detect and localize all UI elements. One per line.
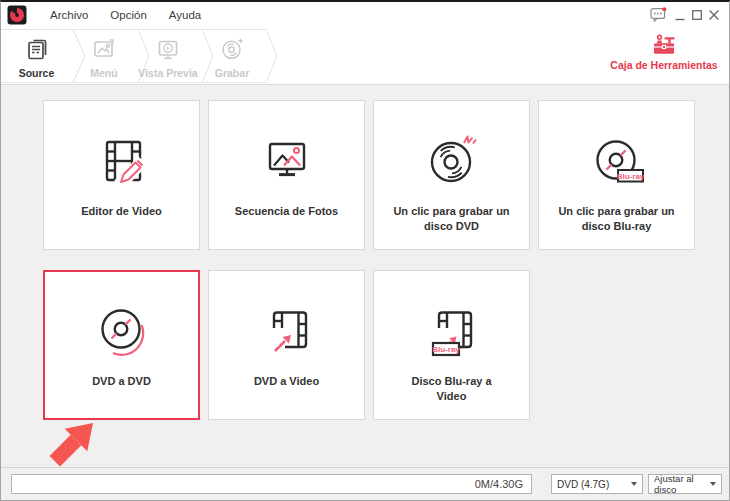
bluray-to-video-icon: Blu-ray bbox=[420, 299, 484, 363]
tools-grid: Editor de Video Secuencia de Fotos bbox=[1, 85, 729, 420]
bluray-burn-icon: Blu-ray bbox=[585, 129, 649, 193]
card-label: DVD a DVD bbox=[78, 374, 165, 389]
statusbar: 0M/4.30G DVD (4.7G) Ajustar al disco bbox=[1, 467, 729, 500]
step-vista-previa[interactable]: Vista Previa bbox=[136, 29, 200, 83]
card-grabar-disco-bluray[interactable]: Blu-ray Un clic para grabar un disco Blu… bbox=[538, 100, 695, 250]
card-editor-de-video[interactable]: Editor de Video bbox=[43, 100, 200, 250]
speech-bubble-icon bbox=[650, 7, 667, 23]
menu-photos-icon bbox=[91, 36, 117, 62]
bluray-badge: Blu-ray bbox=[616, 172, 644, 181]
menu-item-opcion[interactable]: Opción bbox=[99, 5, 157, 25]
film-edit-icon bbox=[90, 129, 154, 193]
card-label: Un clic para grabar un disco Blu-ray bbox=[539, 204, 694, 234]
tutorial-arrow-icon bbox=[39, 415, 101, 477]
chevron-down-icon bbox=[631, 482, 637, 486]
maximize-icon bbox=[692, 10, 702, 20]
minimize-button[interactable] bbox=[671, 5, 688, 25]
toolbox-icon bbox=[652, 33, 676, 56]
card-label: Secuencia de Fotos bbox=[221, 204, 352, 219]
card-secuencia-de-fotos[interactable]: Secuencia de Fotos bbox=[208, 100, 365, 250]
fit-mode-value: Ajustar al disco bbox=[654, 473, 710, 495]
step-label: Menú bbox=[90, 67, 117, 79]
toolbox-label: Caja de Herramientas bbox=[610, 59, 717, 71]
dvd-copy-icon bbox=[90, 299, 154, 363]
card-bluray-a-video[interactable]: Blu-ray Disco Blu-ray a Video bbox=[373, 270, 530, 420]
maximize-button[interactable] bbox=[688, 5, 705, 25]
fit-mode-select[interactable]: Ajustar al disco bbox=[648, 474, 722, 494]
window-controls bbox=[650, 5, 729, 25]
card-dvd-a-video[interactable]: DVD a Video bbox=[208, 270, 365, 420]
source-documents-icon bbox=[24, 36, 50, 62]
capacity-label: 0M/4.30G bbox=[475, 478, 523, 490]
close-button[interactable] bbox=[705, 5, 722, 25]
card-label: Editor de Video bbox=[67, 204, 175, 219]
photo-slideshow-icon bbox=[255, 129, 319, 193]
toolbox-button[interactable]: Caja de Herramientas bbox=[601, 33, 727, 71]
card-label: Disco Blu-ray a Video bbox=[406, 374, 498, 404]
titlebar: Archivo Opción Ayuda bbox=[1, 2, 729, 28]
menu-item-archivo[interactable]: Archivo bbox=[39, 5, 99, 25]
card-grabar-disco-dvd[interactable]: Un clic para grabar un disco DVD bbox=[373, 100, 530, 250]
bluray-badge: Blu-ray bbox=[432, 345, 460, 354]
card-label: Un clic para grabar un disco DVD bbox=[374, 204, 529, 234]
main-area: Editor de Video Secuencia de Fotos bbox=[1, 85, 729, 467]
card-label: DVD a Video bbox=[240, 374, 333, 389]
feedback-icon-button[interactable] bbox=[650, 5, 667, 25]
burn-disc-icon bbox=[219, 36, 245, 62]
step-menu[interactable]: Menú bbox=[72, 29, 136, 83]
dvd-burn-icon bbox=[420, 129, 484, 193]
capacity-bar: 0M/4.30G bbox=[11, 474, 532, 494]
step-label: Grabar bbox=[215, 67, 249, 79]
dvd-to-video-icon bbox=[255, 299, 319, 363]
menubar: Archivo Opción Ayuda bbox=[39, 5, 212, 25]
preview-monitor-icon bbox=[155, 36, 181, 62]
step-source[interactable]: Source bbox=[1, 29, 72, 83]
notification-dot bbox=[662, 7, 666, 11]
app-logo-icon bbox=[7, 5, 27, 25]
disc-type-value: DVD (4.7G) bbox=[557, 479, 609, 490]
step-grabar[interactable]: Grabar bbox=[200, 29, 264, 83]
card-dvd-a-dvd[interactable]: DVD a DVD bbox=[43, 270, 200, 420]
step-label: Vista Previa bbox=[138, 67, 197, 79]
disc-type-select[interactable]: DVD (4.7G) bbox=[551, 474, 643, 494]
chevron-down-icon bbox=[710, 482, 716, 486]
close-icon bbox=[709, 10, 719, 20]
app-window: Archivo Opción Ayuda bbox=[0, 0, 730, 501]
menu-item-ayuda[interactable]: Ayuda bbox=[158, 5, 212, 25]
minimize-icon bbox=[675, 10, 685, 21]
steps-navbar: Source Menú bbox=[1, 28, 729, 85]
step-label: Source bbox=[19, 67, 55, 79]
